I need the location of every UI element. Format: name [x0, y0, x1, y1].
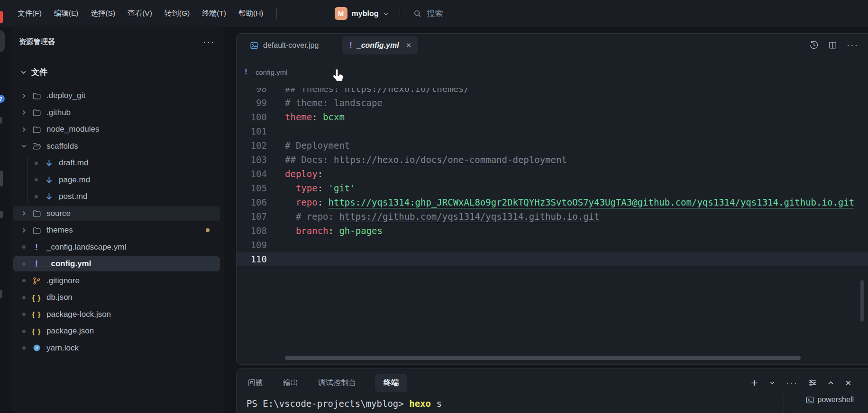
line-number: 99 — [237, 96, 267, 110]
menu-item-3[interactable]: 选择(S) — [84, 6, 121, 21]
tree-item-_config.yml[interactable]: !_config.yml — [13, 256, 220, 271]
project-logo: M — [335, 7, 347, 20]
tree-item-label: scaffolds — [46, 142, 78, 151]
tree-item-scaffolds[interactable]: scaffolds — [13, 139, 220, 154]
configure-icon[interactable] — [808, 378, 817, 387]
tree-item-themes[interactable]: themes — [13, 223, 220, 238]
close-icon[interactable]: ✕ — [406, 41, 412, 50]
tree-item-label: .deploy_git — [46, 91, 85, 100]
tab-label: _config.yml — [357, 41, 399, 50]
line-number: 105 — [237, 181, 267, 195]
window-edge-accent — [0, 11, 3, 23]
tree-item-yarn.lock[interactable]: yarn.lock — [13, 341, 220, 356]
tree-item-package-lock.json[interactable]: { }package-lock.json — [13, 307, 220, 322]
chevron-right-icon — [20, 126, 27, 133]
line-number: 103 — [237, 153, 267, 167]
panel-tab-终端[interactable]: 终端 — [375, 374, 407, 392]
line-number: 109 — [237, 238, 267, 252]
project-switcher[interactable]: M myblog — [335, 7, 390, 20]
file-decoration-dot — [20, 346, 27, 350]
code-editor[interactable]: 98## Themes: https://hexo.io/themes/99# … — [237, 88, 868, 358]
tree-item-draft.md[interactable]: draft.md — [13, 155, 220, 171]
line-number: 104 — [237, 167, 267, 181]
maximize-panel-icon[interactable] — [827, 379, 834, 386]
folder-icon — [32, 209, 41, 217]
shell-label: powershell — [818, 395, 854, 404]
line-number: 106 — [237, 195, 267, 209]
yaml-file-icon: ! — [245, 68, 247, 76]
titlebar-divider — [400, 8, 400, 19]
timeline-icon[interactable] — [809, 40, 819, 50]
terminal-output[interactable]: PS E:\vscode-projects\myblog> hexo s — [247, 398, 442, 409]
menu-item-4[interactable]: 查看(V) — [121, 6, 158, 21]
line-number: 101 — [237, 124, 267, 138]
panel-tab-问题[interactable]: 问题 — [247, 374, 264, 392]
json-icon: { } — [32, 310, 41, 318]
editor-group: default-cover.jpg!_config.yml✕ ··· ! _co… — [236, 33, 868, 365]
launch-profile-dropdown-icon[interactable] — [769, 379, 776, 386]
git-modified-dot — [206, 228, 210, 232]
search-placeholder: 搜索 — [427, 8, 443, 19]
line-number: 102 — [237, 138, 267, 153]
tree-item-.gitignore[interactable]: .gitignore — [13, 273, 220, 288]
tab-label: default-cover.jpg — [263, 41, 319, 50]
breadcrumb[interactable]: ! _config.yml — [245, 68, 288, 76]
menu-item-7[interactable]: 帮助(H) — [232, 6, 270, 21]
tree-item-label: post.md — [59, 192, 87, 201]
file-decoration-dot — [20, 279, 27, 282]
editor-tab-_config.yml[interactable]: !_config.yml✕ — [342, 36, 418, 54]
editor-tab-default-cover.jpg[interactable]: default-cover.jpg — [243, 36, 325, 54]
search-icon — [413, 9, 422, 18]
horizontal-scrollbar[interactable] — [285, 356, 801, 360]
panel-tab-输出[interactable]: 输出 — [282, 374, 299, 392]
global-search[interactable]: 搜索 — [413, 8, 443, 19]
code-line-106: 106 repo: https://yqs1314:ghp_JRCWxAL8o9… — [237, 195, 868, 209]
new-terminal-icon[interactable] — [750, 379, 758, 387]
file-decoration-dot — [20, 262, 27, 266]
file-tree: .deploy_git.githubnode_modulesscaffoldsd… — [11, 27, 224, 413]
powershell-icon — [806, 396, 814, 404]
terminal-command: hexo — [409, 398, 431, 409]
tree-item-.github[interactable]: .github — [13, 105, 220, 120]
tree-item-page.md[interactable]: page.md — [13, 172, 220, 188]
activity-icon-fragment — [0, 211, 3, 218]
menu-item-5[interactable]: 转到(G) — [158, 6, 196, 21]
scm-badge: 7 — [0, 95, 5, 103]
terminal-prompt: PS E:\vscode-projects\myblog> — [247, 398, 404, 409]
tree-item-label: themes — [46, 225, 73, 235]
json-icon: { } — [32, 294, 41, 302]
tree-item-package.json[interactable]: { }package.json — [13, 323, 220, 339]
folder-icon — [32, 126, 41, 134]
more-icon[interactable]: ··· — [847, 40, 859, 50]
split-editor-icon[interactable] — [828, 41, 837, 50]
menu-item-6[interactable]: 终端(T) — [196, 6, 232, 21]
code-line-110: 110 — [237, 252, 868, 266]
more-icon[interactable]: ··· — [786, 377, 798, 388]
code-line-98: 98## Themes: https://hexo.io/themes/ — [237, 88, 868, 96]
tree-item-_config.landscape.yml[interactable]: !_config.landscape.yml — [13, 240, 220, 255]
tree-item-label: package-lock.json — [46, 310, 111, 319]
terminal-list-divider — [784, 395, 784, 413]
file-decoration-dot — [20, 245, 27, 249]
menu-item-2[interactable]: 编辑(E) — [48, 6, 85, 21]
activity-active-pill[interactable] — [0, 30, 5, 52]
chevron-right-icon — [20, 93, 27, 99]
tree-item-source[interactable]: source — [13, 206, 220, 221]
code-line-103: 103## Docs: https://hexo.io/docs/one-com… — [237, 153, 868, 167]
code-line-101: 101 — [237, 124, 868, 138]
vertical-scrollbar[interactable] — [860, 280, 864, 322]
tree-item-label: yarn.lock — [46, 343, 79, 353]
tree-item-db.json[interactable]: { }db.json — [13, 290, 220, 305]
titlebar-divider — [276, 8, 277, 19]
close-panel-icon[interactable] — [845, 379, 852, 386]
menu-item-1[interactable]: 文件(F) — [11, 6, 48, 21]
tree-item-post.md[interactable]: post.md — [13, 189, 220, 204]
markdown-icon — [44, 159, 54, 167]
panel-tab-调试控制台[interactable]: 调试控制台 — [317, 374, 357, 392]
menu-bar: 文件(F)编辑(E)选择(S)查看(V)转到(G)终端(T)帮助(H) — [11, 6, 270, 21]
terminal-shell-item[interactable]: powershell — [806, 395, 854, 404]
tree-item-node_modules[interactable]: node_modules — [13, 122, 220, 137]
terminal-arg: s — [436, 398, 441, 409]
tree-item-.deploy_git[interactable]: .deploy_git — [13, 88, 220, 103]
explorer-sidebar: 资源管理器 ··· 文件 .deploy_git.githubnode_modu… — [11, 27, 224, 413]
